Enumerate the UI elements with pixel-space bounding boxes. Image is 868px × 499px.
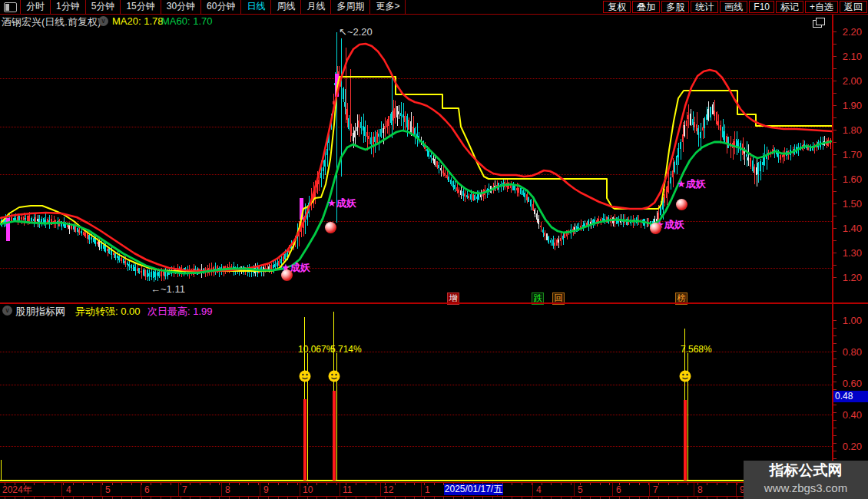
minor-tick: [316, 483, 317, 485]
price-axis-label: 1.70: [834, 150, 862, 160]
period-tab-7[interactable]: 日线: [241, 0, 271, 14]
annotation-arrow-icon: ←: [151, 283, 161, 295]
period-tab-10[interactable]: 多周期: [331, 0, 370, 14]
indicator-axis-label: 0.60: [834, 378, 862, 388]
month-boundary: [101, 483, 101, 496]
month-boundary: [532, 483, 533, 496]
date-axis-bottom-border: [0, 496, 868, 497]
minor-tick: [658, 483, 659, 485]
minor-tick: [219, 483, 220, 485]
toolbar-button-8[interactable]: +自选: [805, 1, 838, 13]
period-tab-3[interactable]: 5分钟: [86, 0, 121, 14]
axis-tick: [833, 265, 837, 266]
minor-tick: [258, 483, 259, 485]
window-layout-icon: [4, 2, 17, 12]
axis-tick: [833, 31, 837, 32]
chengyao-marker-label: ★成妖: [677, 177, 706, 191]
window-layout-button[interactable]: [0, 0, 21, 14]
axis-tick: [833, 435, 837, 436]
month-label[interactable]: 1: [425, 484, 430, 495]
minor-tick: [171, 483, 171, 485]
month-label[interactable]: 7: [182, 484, 187, 495]
price-axis-label: 1.90: [834, 101, 862, 111]
toolbar-button-4[interactable]: 统计: [691, 1, 718, 13]
price-axis-label: 2.10: [834, 51, 862, 61]
month-label[interactable]: 8: [225, 484, 230, 495]
month-label[interactable]: 5: [105, 484, 111, 495]
period-tab-1[interactable]: 分时: [21, 0, 51, 14]
period-tab-5[interactable]: 30分钟: [161, 0, 201, 14]
indicator-collapse-chevron-icon[interactable]: ∨: [2, 306, 12, 316]
axis-tick: [833, 44, 837, 45]
axis-tick: [833, 277, 837, 278]
pane-switch-icon[interactable]: [813, 20, 822, 28]
price-axis-label: 1.60: [834, 174, 862, 184]
axis-tick: [833, 203, 837, 204]
minor-tick: [737, 483, 737, 485]
axis-tick: [833, 81, 837, 81]
collapse-chevron-icon[interactable]: ∨: [98, 16, 108, 26]
indicator-field2-value: 1.99: [193, 306, 212, 317]
axis-tick: [833, 179, 837, 180]
axis-tick: [833, 351, 837, 352]
axis-tick: [833, 240, 837, 241]
date-axis-top-border: [0, 482, 868, 483]
minor-tick: [561, 483, 562, 485]
toolbar-button-2[interactable]: 叠加: [632, 1, 660, 13]
axis-tick: [833, 382, 837, 382]
toolbar-button-5[interactable]: 画线: [720, 1, 747, 13]
price-axis-label: 1.30: [834, 248, 862, 258]
period-tab-11[interactable]: 更多>: [370, 0, 406, 14]
month-label[interactable]: 6: [144, 484, 150, 495]
month-label[interactable]: 4: [536, 484, 542, 495]
month-label[interactable]: 5: [578, 484, 583, 495]
annotation-arrow-icon: ↖: [339, 26, 347, 38]
signal-spike-line: [1, 460, 2, 480]
month-label[interactable]: 8: [697, 484, 703, 495]
period-tab-4[interactable]: 15分钟: [121, 0, 161, 14]
month-boundary: [260, 483, 260, 496]
period-tab-9[interactable]: 月线: [301, 0, 331, 14]
month-label[interactable]: 12: [383, 484, 393, 495]
minor-tick: [83, 483, 84, 485]
minor-tick: [278, 483, 279, 485]
minor-tick: [44, 483, 45, 485]
axis-tick: [833, 253, 837, 253]
axis-tick: [833, 412, 837, 413]
period-tab-2[interactable]: 1分钟: [51, 0, 86, 14]
axis-tick: [833, 420, 837, 421]
minor-tick: [210, 483, 210, 485]
smiley-signal-icon: [679, 370, 691, 382]
month-label[interactable]: 10: [303, 484, 313, 495]
minor-tick: [648, 483, 649, 485]
cursor-date-label: 2025/01/17/五: [444, 484, 503, 495]
panel-divider[interactable]: [0, 302, 868, 304]
axis-tick: [833, 343, 837, 344]
month-label[interactable]: 7: [653, 484, 658, 495]
main-chart-plot[interactable]: [0, 0, 868, 499]
period-tab-6[interactable]: 60分钟: [201, 0, 241, 14]
month-label[interactable]: 11: [343, 484, 352, 495]
toolbar-button-9[interactable]: 返回: [840, 1, 867, 13]
minor-tick: [239, 483, 240, 485]
toolbar-button-1[interactable]: 复权: [603, 1, 631, 13]
axis-tick: [833, 167, 837, 167]
period-tab-8[interactable]: 周线: [271, 0, 301, 14]
minor-tick: [727, 483, 727, 485]
month-boundary: [574, 483, 575, 496]
month-label[interactable]: 6: [616, 484, 621, 495]
indicator-field1-value: 0.00: [121, 306, 140, 317]
axis-tick: [833, 117, 837, 118]
minor-tick: [141, 483, 142, 485]
toolbar-button-7[interactable]: 标记: [776, 1, 803, 13]
toolbar-button-3[interactable]: 多股: [661, 1, 689, 13]
minor-tick: [687, 483, 688, 485]
month-label[interactable]: 4: [66, 484, 71, 495]
month-boundary: [61, 483, 62, 496]
minor-tick: [376, 483, 376, 485]
toolbar-button-6[interactable]: F10: [749, 1, 774, 13]
minor-tick: [297, 483, 298, 485]
month-label[interactable]: 9: [263, 484, 269, 495]
price-axis-label: 2.20: [834, 27, 862, 37]
minor-tick: [248, 483, 249, 485]
